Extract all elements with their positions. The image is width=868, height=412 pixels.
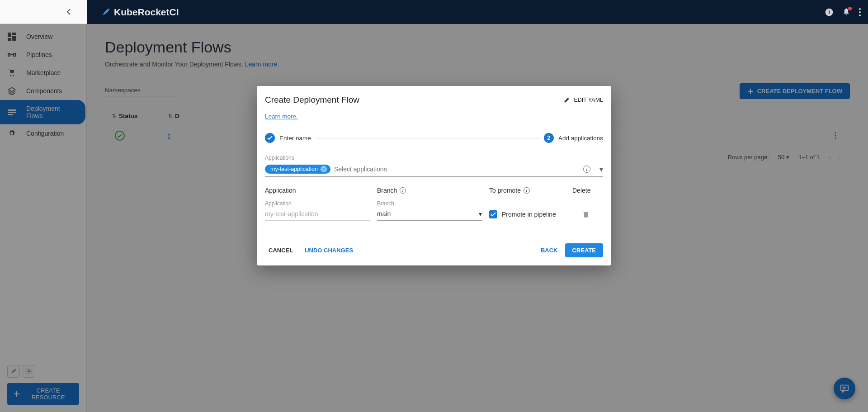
branch-select[interactable]: main ▾ — [377, 208, 482, 221]
brand-text: KubeRocketCI — [114, 7, 179, 18]
grid-header-promote: To promote i — [489, 187, 572, 194]
step-enter-name[interactable]: Enter name — [265, 133, 311, 143]
applications-label: Applications — [265, 155, 603, 161]
step-number-badge: 2 — [544, 133, 554, 143]
promote-checkbox[interactable] — [489, 210, 497, 218]
application-row: main ▾ Promote in pipeline — [265, 208, 603, 221]
bell-icon[interactable] — [842, 8, 851, 17]
step-label: Add applications — [558, 135, 603, 142]
step-label: Enter name — [279, 135, 311, 142]
modal-learn-more-link[interactable]: Learn more. — [265, 113, 298, 120]
svg-text:i: i — [828, 9, 830, 15]
field-label-application: Application — [265, 200, 377, 207]
chevron-down-icon[interactable]: ▾ — [599, 165, 603, 174]
field-label-branch: Branch — [377, 200, 489, 207]
application-chip: my-test-application ✕ — [265, 165, 330, 174]
check-icon — [265, 133, 275, 143]
topbar: KubeRocketCI i — [0, 0, 868, 24]
back-button[interactable]: BACK — [537, 244, 561, 256]
edit-yaml-button[interactable]: EDIT YAML — [564, 97, 603, 103]
grid-header-application: Application — [265, 187, 377, 194]
svg-point-2 — [859, 8, 861, 10]
modal-title: Create Deployment Flow — [265, 95, 359, 105]
promote-label: Promote in pipeline — [502, 211, 556, 218]
svg-point-4 — [859, 14, 861, 16]
stepper: Enter name 2 Add applications — [265, 133, 603, 143]
applications-input[interactable] — [334, 166, 580, 173]
edit-yaml-label: EDIT YAML — [574, 97, 603, 103]
brand: KubeRocketCI — [101, 7, 179, 18]
grid-header-delete: Delete — [572, 187, 599, 194]
kebab-menu-icon[interactable] — [859, 8, 861, 16]
delete-row-button[interactable] — [572, 210, 599, 218]
applications-select[interactable]: my-test-application ✕ i ▾ — [265, 163, 603, 177]
branch-value: main — [377, 210, 391, 218]
sidebar-collapse-button[interactable] — [61, 5, 76, 19]
application-name-input — [265, 208, 370, 221]
create-button[interactable]: CREATE — [565, 243, 603, 257]
grid-header-branch: Branch i — [377, 187, 489, 194]
step-add-applications[interactable]: 2 Add applications — [544, 133, 603, 143]
info-icon[interactable]: i — [524, 187, 530, 194]
chip-label: my-test-application — [270, 166, 318, 172]
chevron-down-icon: ▾ — [479, 210, 482, 218]
create-deployment-flow-modal: Create Deployment Flow EDIT YAML Learn m… — [257, 86, 611, 265]
step-connector — [315, 138, 540, 138]
pencil-icon — [564, 97, 570, 103]
chip-remove-icon[interactable]: ✕ — [321, 166, 327, 172]
info-icon[interactable]: i — [583, 166, 590, 173]
undo-changes-button[interactable]: UNDO CHANGES — [301, 244, 357, 256]
svg-point-3 — [859, 11, 861, 13]
modal-overlay[interactable]: Create Deployment Flow EDIT YAML Learn m… — [0, 0, 868, 412]
rocket-icon — [101, 8, 110, 17]
cancel-button[interactable]: CANCEL — [265, 244, 297, 256]
info-icon[interactable]: i — [825, 8, 834, 17]
notification-dot — [848, 7, 852, 10]
info-icon[interactable]: i — [400, 187, 406, 194]
